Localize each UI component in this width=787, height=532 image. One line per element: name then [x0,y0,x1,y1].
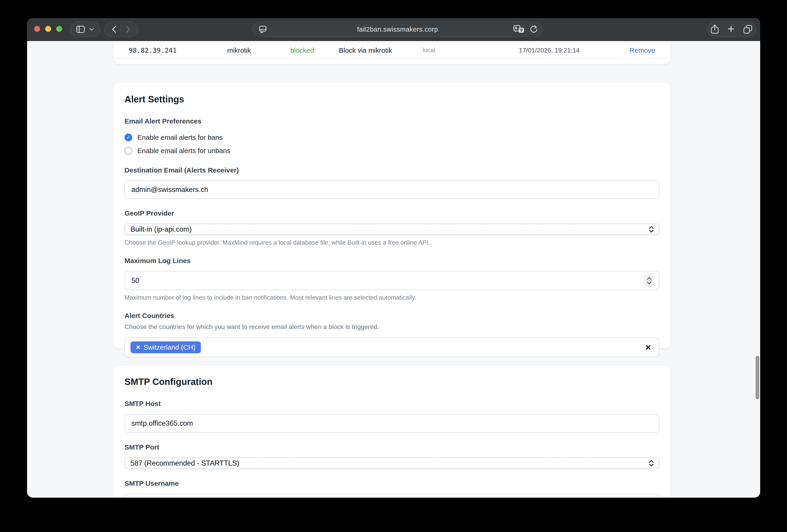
clear-selection-icon[interactable]: × [645,342,651,352]
smtp-host-input[interactable] [125,414,659,433]
smtp-port-select-value: 587 (Recommended - STARTTLS) [130,459,239,467]
new-tab-icon[interactable]: + [728,23,735,35]
chevron-down-icon[interactable] [89,28,94,31]
svg-text:A: A [515,26,517,30]
row-jail: mikrotik [227,46,290,54]
alert-settings-title: Alert Settings [125,83,659,105]
close-window-button[interactable] [34,26,40,32]
tabs-overview-icon[interactable] [743,25,752,34]
max-log-lines-help-text: Maximum number of log lines to include i… [125,294,659,301]
sidebar-icon[interactable] [76,26,85,33]
url-bar[interactable]: fail2ban.swissmakers.corp A [252,22,543,37]
bans-checkbox-label: Enable email alerts for bans [137,134,223,141]
table-row: 98.82.39.241 mikrotik blocked Block via … [113,42,670,59]
checkbox-row-unbans[interactable]: ✓ Enable email alerts for unbans [125,146,659,156]
page-settings-icon[interactable] [259,26,267,33]
url-text[interactable]: fail2ban.swissmakers.corp [357,26,438,33]
alert-countries-label: Alert Countries [125,312,659,319]
unbans-checkbox[interactable]: ✓ [125,147,132,155]
alert-countries-multiselect[interactable]: × Switzerland (CH) × [125,337,659,357]
select-chevrons-icon [648,225,654,233]
dest-email-input[interactable] [125,180,659,199]
sidebar-toggle-group[interactable] [70,22,100,37]
nav-divider [121,25,121,34]
bans-checkbox[interactable]: ✓ [125,134,132,141]
alert-settings-card: Alert Settings Email Alert Preferences ✓… [113,83,670,348]
country-tag-switzerland[interactable]: × Switzerland (CH) [130,341,201,353]
browser-window: fail2ban.swissmakers.corp A [27,18,760,497]
max-log-lines-input[interactable] [125,271,659,290]
geoip-select[interactable]: Built-in (ip-api.com) [125,224,659,235]
row-ip: 98.82.39.241 [129,46,227,54]
toolbar-actions-group: + [707,22,756,37]
geoip-help-text: Choose the GeoIP lookup provider. MaxMin… [125,239,659,246]
nav-button-group [104,22,138,37]
smtp-port-select[interactable]: 587 (Recommended - STARTTLS) [125,458,659,469]
blocked-ips-table-card: 98.82.39.241 mikrotik blocked Block via … [113,41,670,64]
row-timestamp: 17/01/2026, 19:21:14 [519,47,624,54]
scrollbar-thumb[interactable] [756,356,759,399]
remove-link[interactable]: Remove [624,46,655,54]
geoip-label: GeoIP Provider [125,209,659,217]
share-icon[interactable] [711,24,719,34]
email-pref-label: Email Alert Preferences [125,117,659,125]
country-tag-label: Switzerland (CH) [144,343,196,351]
tag-remove-icon[interactable]: × [136,343,140,351]
browser-toolbar: fail2ban.swissmakers.corp A [27,18,760,41]
smtp-username-input[interactable] [125,494,659,497]
alert-countries-desc: Choose the countries for which you want … [125,323,659,331]
dest-email-label: Destination Email (Alerts Receiver) [125,167,659,174]
row-status-badge: blocked [290,46,339,54]
row-source: local [423,47,519,54]
smtp-configuration-card: SMTP Configuration SMTP Host SMTP Port 5… [113,365,670,497]
smtp-title: SMTP Configuration [125,365,659,387]
smtp-port-label: SMTP Port [125,443,659,451]
number-stepper[interactable] [644,275,654,287]
page-content: 98.82.39.241 mikrotik blocked Block via … [27,41,760,497]
row-action: Block via mikrotik [339,46,423,54]
unbans-checkbox-label: Enable email alerts for unbans [137,147,230,155]
reload-icon[interactable] [530,25,538,34]
forward-icon[interactable] [125,25,131,33]
checkbox-row-bans[interactable]: ✓ Enable email alerts for bans [125,132,659,142]
select-chevrons-icon [648,459,654,467]
minimize-window-button[interactable] [45,26,51,32]
zoom-window-button[interactable] [56,26,62,32]
smtp-host-label: SMTP Host [125,400,659,407]
back-icon[interactable] [111,25,117,33]
translate-icon[interactable]: A [513,25,525,34]
smtp-username-label: SMTP Username [125,480,659,487]
max-log-lines-label: Maximum Log Lines [125,257,659,265]
geoip-select-value: Built-in (ip-api.com) [130,225,192,234]
